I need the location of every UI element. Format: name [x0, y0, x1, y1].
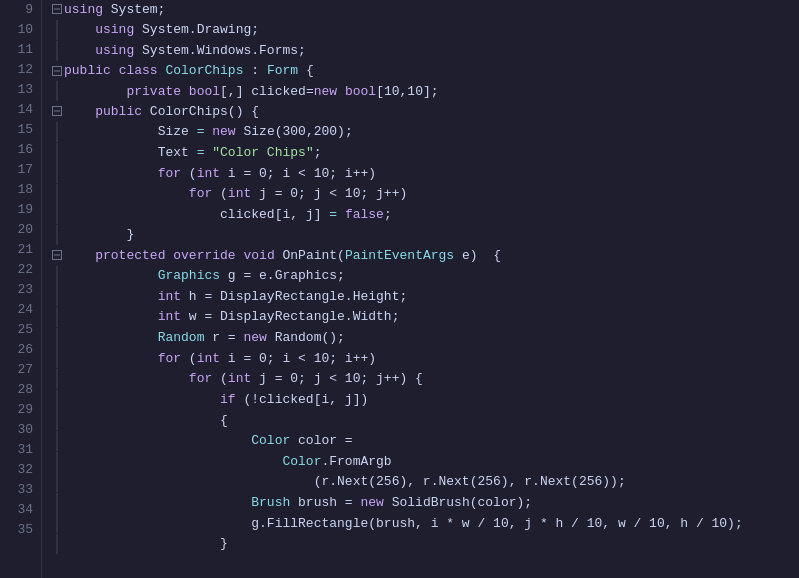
- fold-collapse-icon[interactable]: [50, 102, 64, 122]
- token-kw: for: [158, 166, 181, 181]
- code-text: Brush brush = new SolidBrush(color);: [64, 493, 532, 513]
- code-text: int h = DisplayRectangle.Height;: [64, 287, 407, 307]
- line-number: 13: [8, 80, 33, 100]
- token-plain: [337, 84, 345, 99]
- code-line: g.FillRectangle(brush, i * w / 10, j * h…: [50, 513, 799, 534]
- line-number: 14: [8, 100, 33, 120]
- token-kw: class: [119, 63, 158, 78]
- code-line: int w = DisplayRectangle.Width;: [50, 307, 799, 328]
- token-plain: j = 0; j < 10; j++): [251, 186, 407, 201]
- token-plain: [181, 84, 189, 99]
- token-plain: ;: [384, 207, 392, 222]
- fold-bar: [50, 143, 64, 164]
- line-number: 27: [8, 360, 33, 380]
- token-plain: Text: [158, 145, 197, 160]
- fold-bar: [50, 20, 64, 41]
- token-plain: ;: [314, 145, 322, 160]
- token-kw: for: [158, 351, 181, 366]
- token-op: =: [329, 207, 337, 222]
- fold-bar: [50, 431, 64, 452]
- token-plain: }: [126, 227, 134, 242]
- token-kw: int: [158, 309, 181, 324]
- token-plain: ColorChips() {: [142, 104, 259, 119]
- token-plain: (r.Next(256), r.Next(256), r.Next(256));: [314, 474, 626, 489]
- code-line: for (int j = 0; j < 10; j++) {: [50, 369, 799, 390]
- token-kw: int: [228, 371, 251, 386]
- fold-collapse-icon[interactable]: [50, 61, 64, 81]
- line-number: 19: [8, 200, 33, 220]
- line-number: 20: [8, 220, 33, 240]
- token-kw: protected: [95, 248, 165, 263]
- token-plain: h = DisplayRectangle.Height;: [181, 289, 407, 304]
- code-text: public ColorChips() {: [64, 102, 259, 122]
- code-text: clicked[i, j] = false;: [64, 205, 392, 225]
- token-type: ColorChips: [158, 63, 252, 78]
- code-line: {: [50, 410, 799, 431]
- fold-collapse-icon[interactable]: [50, 0, 64, 20]
- token-type: Form: [267, 63, 298, 78]
- token-type: Graphics: [158, 268, 220, 283]
- token-plain: i = 0; i < 10; i++): [220, 351, 376, 366]
- code-text: Size = new Size(300,200);: [64, 122, 353, 142]
- line-number: 32: [8, 460, 33, 480]
- code-line: Color color =: [50, 431, 799, 452]
- code-text: public class ColorChips : Form {: [64, 61, 314, 81]
- code-line: }: [50, 225, 799, 246]
- fold-bar: [50, 163, 64, 184]
- fold-bar: [50, 390, 64, 411]
- line-number: 16: [8, 140, 33, 160]
- line-number: 33: [8, 480, 33, 500]
- code-line: using System;: [50, 0, 799, 20]
- token-kw: public: [95, 104, 142, 119]
- code-line: public ColorChips() {: [50, 102, 799, 122]
- token-plain: e) {: [454, 248, 501, 263]
- line-number: 35: [8, 520, 33, 540]
- code-text: using System.Windows.Forms;: [64, 41, 306, 61]
- token-plain: g = e.Graphics;: [220, 268, 345, 283]
- token-kw: bool: [189, 84, 220, 99]
- line-number: 29: [8, 400, 33, 420]
- code-text: g.FillRectangle(brush, i * w / 10, j * h…: [64, 514, 743, 534]
- code-line: for (int j = 0; j < 10; j++): [50, 184, 799, 205]
- token-plain: [111, 63, 119, 78]
- token-plain: [337, 207, 345, 222]
- token-plain: i = 0; i < 10; i++): [220, 166, 376, 181]
- token-plain: System.Windows.Forms;: [134, 43, 306, 58]
- code-text: (r.Next(256), r.Next(256), r.Next(256));: [64, 472, 626, 492]
- fold-bar: [50, 472, 64, 493]
- fold-bar: [50, 493, 64, 514]
- code-text: private bool[,] clicked=new bool[10,10];: [64, 82, 439, 102]
- token-kw: for: [189, 186, 212, 201]
- fold-bar: [50, 452, 64, 473]
- fold-bar: [50, 513, 64, 534]
- code-text: using System.Drawing;: [64, 20, 259, 40]
- code-line: for (int i = 0; i < 10; i++): [50, 348, 799, 369]
- token-kw: new: [243, 330, 266, 345]
- token-plain: (: [212, 186, 228, 201]
- code-text: }: [64, 225, 134, 245]
- token-type: Brush: [251, 495, 290, 510]
- code-text: Random r = new Random();: [64, 328, 345, 348]
- code-line: protected override void OnPaint(PaintEve…: [50, 246, 799, 266]
- fold-bar: [50, 348, 64, 369]
- code-line: int h = DisplayRectangle.Height;: [50, 286, 799, 307]
- code-text: protected override void OnPaint(PaintEve…: [64, 246, 501, 266]
- fold-bar: [50, 41, 64, 62]
- token-plain: System.Drawing;: [134, 22, 259, 37]
- token-plain: [10,10];: [376, 84, 438, 99]
- token-plain: Size: [158, 124, 197, 139]
- code-text: }: [64, 534, 228, 554]
- token-kw: new: [360, 495, 383, 510]
- token-kw: using: [95, 43, 134, 58]
- token-kw: void: [243, 248, 274, 263]
- token-plain: [,] clicked=: [220, 84, 314, 99]
- token-kw: int: [197, 351, 220, 366]
- line-numbers: 9101112131415161718192021222324252627282…: [0, 0, 42, 578]
- fold-collapse-icon[interactable]: [50, 246, 64, 266]
- code-content: using System; using System.Drawing; usin…: [42, 0, 799, 578]
- token-kw: new: [314, 84, 337, 99]
- token-kw: false: [345, 207, 384, 222]
- token-plain: (: [181, 166, 197, 181]
- fold-bar: [50, 369, 64, 390]
- token-plain: Random();: [267, 330, 345, 345]
